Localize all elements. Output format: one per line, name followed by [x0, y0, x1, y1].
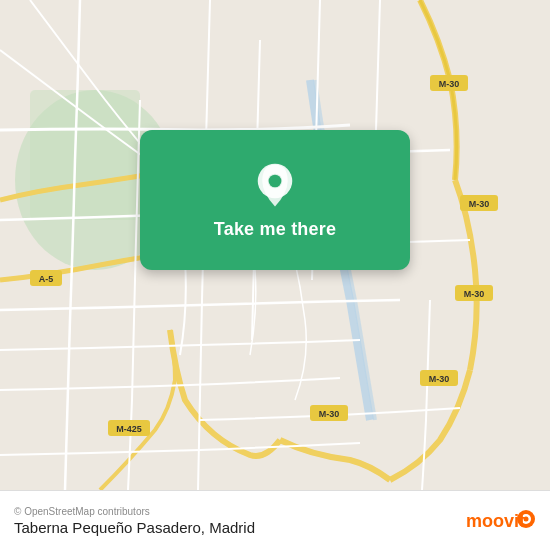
take-me-there-button[interactable]: Take me there — [214, 219, 336, 240]
svg-text:M-425: M-425 — [116, 424, 142, 434]
svg-point-19 — [269, 174, 282, 187]
bottom-left-info: © OpenStreetMap contributors Taberna Peq… — [14, 506, 255, 536]
moovit-logo-svg: moovit — [466, 507, 536, 535]
location-pin-icon — [250, 161, 300, 211]
attribution-text: © OpenStreetMap contributors — [14, 506, 255, 517]
svg-text:M-30: M-30 — [464, 289, 485, 299]
svg-text:moovit: moovit — [466, 511, 525, 531]
svg-text:M-30: M-30 — [319, 409, 340, 419]
svg-text:M-30: M-30 — [429, 374, 450, 384]
card-overlay: Take me there — [140, 130, 410, 270]
svg-text:M-30: M-30 — [469, 199, 490, 209]
svg-text:A-5: A-5 — [39, 274, 54, 284]
bottom-bar: © OpenStreetMap contributors Taberna Peq… — [0, 490, 550, 550]
svg-text:M-30: M-30 — [439, 79, 460, 89]
map-container: M-30 M-30 M-30 M-30 M-30 A-5 M-425 — [0, 0, 550, 490]
location-name-text: Taberna Pequeño Pasadero, Madrid — [14, 519, 255, 536]
moovit-logo: moovit — [466, 507, 536, 535]
svg-rect-2 — [30, 90, 140, 220]
